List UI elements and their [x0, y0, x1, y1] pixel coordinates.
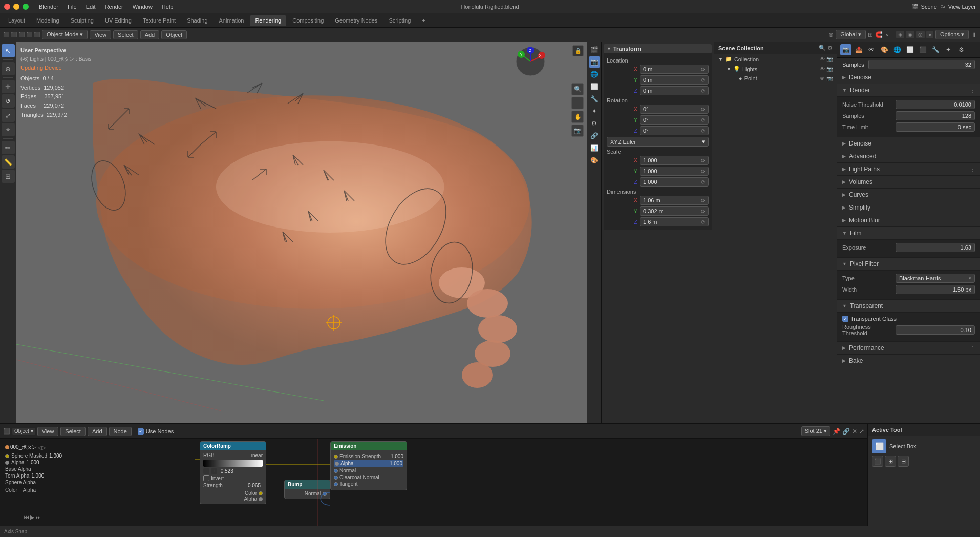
loc-y-value[interactable]: 0 m ⟳: [640, 75, 709, 85]
tab-shading[interactable]: Shading: [182, 15, 212, 26]
minimize-button[interactable]: [13, 4, 19, 10]
scene-name[interactable]: Scene: [921, 4, 937, 10]
side-object-icon[interactable]: ⬜: [589, 81, 600, 92]
menu-edit[interactable]: Edit: [82, 3, 100, 11]
render-section-render[interactable]: ▼ Render ⋮: [837, 84, 980, 97]
render-section-transparent[interactable]: ▼ Transparent: [837, 300, 980, 313]
mini-icon-2[interactable]: ⊞: [885, 456, 896, 467]
render-tab-object[interactable]: ⬛: [917, 44, 928, 55]
tab-geometry-nodes[interactable]: Geometry Nodes: [330, 15, 382, 26]
menu-blender[interactable]: Blender: [35, 3, 62, 11]
rot-x-value[interactable]: 0° ⟳: [640, 105, 709, 114]
node-canvas[interactable]: 000_ボタン ◁▷ Sphere Masked 1.000 Alpha 1.0…: [0, 439, 867, 526]
node-node-menu[interactable]: Node: [109, 427, 132, 436]
rot-y-value[interactable]: 0° ⟳: [640, 115, 709, 125]
mini-icon-3[interactable]: ⊟: [898, 456, 909, 467]
render-section-simplify[interactable]: ▶ Simplify: [837, 201, 980, 214]
maximize-button[interactable]: [23, 4, 29, 10]
pin-icon[interactable]: 📌: [833, 428, 840, 435]
roughness-value[interactable]: 0.10: [896, 325, 975, 335]
side-physics-icon[interactable]: ⚙: [589, 118, 600, 129]
outliner-item-lights[interactable]: ▼ 💡 Lights 👁 📷: [714, 64, 837, 74]
node-colorramp[interactable]: ColorRamp RGB Linear − + 0.523: [200, 441, 266, 504]
shading-btn4[interactable]: ●: [926, 31, 933, 38]
noise-threshold-value[interactable]: 0.0100: [896, 100, 975, 109]
lights-vis-icon[interactable]: 👁: [820, 66, 825, 72]
dim-y-value[interactable]: 0.302 m ⟳: [640, 206, 709, 216]
render-section-light-paths[interactable]: ▶ Light Paths ⋮: [837, 163, 980, 176]
tool-rotate[interactable]: ↺: [2, 94, 15, 108]
hand-tool-btn[interactable]: ✋: [571, 111, 584, 123]
node-select-menu[interactable]: Select: [60, 427, 86, 436]
point-cam-icon[interactable]: 📷: [826, 76, 833, 81]
mode-selector[interactable]: Object Mode ▾: [42, 30, 88, 39]
menu-render[interactable]: Render: [101, 3, 127, 11]
tab-modeling[interactable]: Modeling: [31, 15, 65, 26]
render-tab-particles[interactable]: ✦: [943, 44, 954, 55]
side-world-icon[interactable]: 🌐: [589, 69, 600, 80]
pause-icon[interactable]: ⏸: [971, 31, 977, 38]
side-data-icon[interactable]: 📊: [589, 142, 600, 154]
render-section-advanced[interactable]: ▶ Advanced: [837, 150, 980, 163]
render-section-performance[interactable]: ▶ Performance ⋮: [837, 342, 980, 355]
samples-value[interactable]: 32: [868, 60, 975, 69]
tool-select[interactable]: ↖: [2, 44, 15, 57]
render-tab-view[interactable]: 👁: [866, 44, 877, 55]
select-menu[interactable]: Select: [113, 30, 138, 39]
prev-frame-btn[interactable]: ⏮: [24, 514, 29, 521]
view-layer-name[interactable]: View Layer: [948, 4, 976, 10]
dim-z-value[interactable]: 1.6 m ⟳: [640, 217, 709, 226]
plus-btn[interactable]: +: [211, 468, 217, 474]
time-limit-value[interactable]: 0 sec: [896, 122, 975, 132]
scale-y-value[interactable]: 1.000 ⟳: [640, 167, 709, 176]
menu-help[interactable]: Help: [158, 3, 178, 11]
rotation-mode-select[interactable]: XYZ Euler ▾: [607, 137, 709, 147]
outliner-item-collection[interactable]: ▼ 📁 Collection 👁 📷: [714, 54, 837, 64]
render-tab-output[interactable]: 📤: [853, 44, 864, 55]
viewport-gizmo[interactable]: X Y Z: [515, 46, 546, 77]
side-material-icon[interactable]: 🎨: [589, 155, 600, 166]
shading-btn2[interactable]: ◉: [906, 31, 914, 38]
menu-file[interactable]: File: [63, 3, 81, 11]
render-samples-value[interactable]: 128: [896, 111, 975, 120]
options-btn[interactable]: Options ▾: [935, 30, 969, 39]
side-modifier-icon[interactable]: 🔧: [589, 93, 600, 105]
invert-checkbox[interactable]: [203, 475, 209, 481]
zoom-out-btn[interactable]: —: [571, 97, 584, 109]
side-particles-icon[interactable]: ✦: [589, 106, 600, 117]
tab-compositing[interactable]: Compositing: [287, 15, 329, 26]
mini-icon-1[interactable]: ⬛: [872, 456, 883, 467]
view-menu[interactable]: View: [90, 30, 111, 39]
zoom-in-btn[interactable]: 🔍: [571, 83, 584, 95]
play-btn[interactable]: ▶: [30, 514, 34, 521]
transparent-glass-checkbox[interactable]: ✓: [842, 316, 848, 322]
render-tab-scene[interactable]: 🌐: [891, 44, 903, 55]
render-section-bake[interactable]: ▶ Bake: [837, 355, 980, 367]
vis-icon[interactable]: 👁: [820, 56, 825, 62]
transform-header[interactable]: ▼ Transform: [604, 44, 712, 53]
node-close-icon[interactable]: ✕: [852, 428, 857, 435]
exposure-value[interactable]: 1.63: [896, 243, 975, 252]
tab-add[interactable]: +: [417, 15, 430, 26]
render-section-motion-blur[interactable]: ▶ Motion Blur: [837, 214, 980, 227]
tab-texture-paint[interactable]: Texture Paint: [138, 15, 181, 26]
close-button[interactable]: [4, 4, 10, 10]
node-add-menu[interactable]: Add: [88, 427, 107, 436]
shading-btn1[interactable]: ◈: [896, 31, 904, 38]
tool-cursor[interactable]: ⊕: [2, 62, 15, 75]
node-emission[interactable]: Emission Emission Strength 1.000 Alpha 1…: [330, 441, 407, 490]
color-gradient-bar[interactable]: [203, 460, 263, 467]
light-paths-dots[interactable]: ⋮: [970, 167, 975, 172]
tool-transform[interactable]: ⌖: [2, 123, 15, 136]
point-vis-icon[interactable]: 👁: [820, 76, 825, 81]
type-value[interactable]: Blackman-Harris ▾: [896, 274, 975, 283]
lights-cam-icon[interactable]: 📷: [826, 66, 833, 72]
tab-sculpting[interactable]: Sculpting: [66, 15, 99, 26]
slot-selector[interactable]: Slot 21 ▾: [801, 426, 830, 436]
render-tab-physics[interactable]: ⚙: [955, 44, 967, 55]
tool-annotate[interactable]: ✏: [2, 141, 15, 154]
side-constraints-icon[interactable]: 🔗: [589, 130, 600, 141]
node-link-icon[interactable]: 🔗: [842, 428, 850, 435]
outliner-filter[interactable]: 🔍: [819, 45, 826, 51]
node-expand-icon[interactable]: ⤢: [859, 428, 864, 435]
